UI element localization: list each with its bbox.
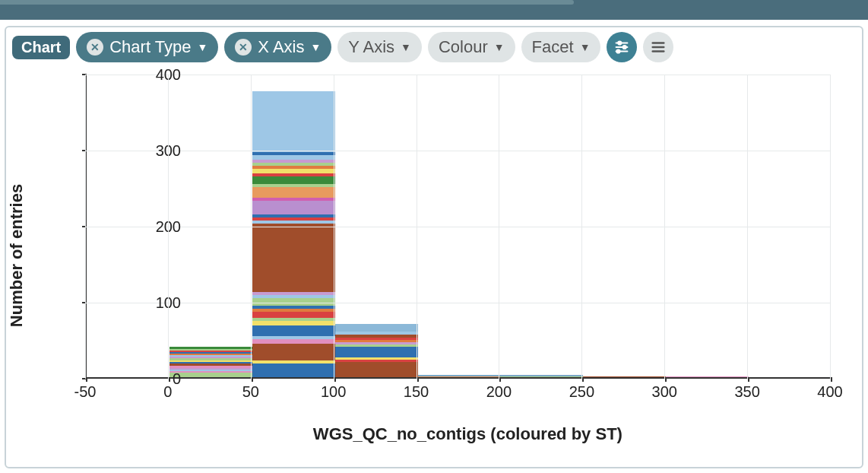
chevron-down-icon: ▼ bbox=[494, 41, 505, 53]
bar-segment bbox=[252, 298, 335, 306]
chart-toolbar: Chart ✕ Chart Type ▼ ✕ X Axis ▼ Y Axis ▼… bbox=[12, 32, 856, 62]
hamburger-icon bbox=[650, 39, 667, 56]
bar-segment bbox=[169, 347, 252, 349]
gridline-v bbox=[747, 75, 748, 379]
svg-point-3 bbox=[623, 46, 626, 49]
x-tick-mark bbox=[252, 377, 253, 382]
bar-segment bbox=[252, 325, 335, 336]
bar-segment bbox=[169, 358, 252, 360]
bar-segment bbox=[169, 355, 252, 357]
x-tick-label: 100 bbox=[321, 383, 346, 401]
bar-segment bbox=[252, 163, 335, 166]
panel-tag: Chart bbox=[12, 36, 70, 59]
x-tick-mark bbox=[334, 377, 336, 382]
bar-segment bbox=[169, 351, 252, 352]
facet-label: Facet bbox=[532, 37, 574, 57]
bar-segment bbox=[252, 198, 335, 201]
gridline-v bbox=[830, 75, 831, 379]
header-accent bbox=[0, 0, 574, 5]
bar-segment bbox=[252, 312, 335, 318]
bar-segment bbox=[335, 347, 418, 357]
x-tick-mark bbox=[831, 377, 832, 382]
bar-segment bbox=[169, 363, 252, 366]
x-tick-label: 0 bbox=[163, 383, 172, 401]
gridline-v bbox=[334, 75, 334, 379]
y-tick-label: 200 bbox=[143, 218, 181, 236]
x-tick-label: 50 bbox=[242, 383, 259, 401]
bar-segment bbox=[335, 338, 418, 340]
clear-icon[interactable]: ✕ bbox=[235, 39, 252, 56]
bar-segment bbox=[252, 221, 335, 224]
bar-segment bbox=[169, 354, 252, 355]
bar-segment bbox=[418, 376, 501, 378]
gridline-h bbox=[85, 303, 830, 303]
chart-area: Number of entries WGS_QC_no_contigs (col… bbox=[12, 65, 856, 446]
gridline-v bbox=[664, 75, 665, 379]
bar-segment bbox=[335, 362, 418, 377]
app-header-strip bbox=[0, 0, 868, 20]
y-tick-label: 300 bbox=[143, 142, 181, 160]
y-tick-label: 0 bbox=[143, 370, 181, 388]
bar-segment bbox=[252, 176, 335, 184]
bar-segment bbox=[169, 349, 252, 351]
x-tick-label: -50 bbox=[74, 383, 97, 401]
histogram-bar[interactable] bbox=[252, 88, 335, 377]
bar-segment bbox=[335, 360, 418, 362]
colour-label: Colour bbox=[439, 37, 488, 57]
x-tick-label: 400 bbox=[817, 383, 842, 401]
bar-segment bbox=[169, 371, 252, 373]
y-tick-label: 100 bbox=[143, 294, 181, 312]
colour-dropdown[interactable]: Colour ▼ bbox=[428, 32, 515, 62]
bar-segment bbox=[252, 217, 335, 221]
x-tick-mark bbox=[499, 377, 501, 382]
bar-segment bbox=[252, 155, 335, 160]
bar-segment bbox=[252, 91, 335, 152]
gridline-v bbox=[168, 75, 169, 379]
bar-segment bbox=[252, 214, 335, 217]
menu-button[interactable] bbox=[643, 32, 673, 62]
svg-point-1 bbox=[619, 41, 622, 44]
bar-segment bbox=[169, 362, 252, 363]
bar-segment bbox=[169, 352, 252, 354]
bar-segment bbox=[252, 201, 335, 214]
chart-type-dropdown[interactable]: ✕ Chart Type ▼ bbox=[76, 32, 218, 62]
bar-segment bbox=[335, 340, 418, 342]
x-axis-title: WGS_QC_no_contigs (coloured by ST) bbox=[313, 424, 622, 444]
chart-panel: Chart ✕ Chart Type ▼ ✕ X Axis ▼ Y Axis ▼… bbox=[5, 26, 863, 468]
bar-segment bbox=[252, 187, 335, 198]
x-tick-label: 200 bbox=[486, 383, 512, 401]
bar-segment bbox=[252, 184, 335, 187]
bar-segment bbox=[252, 292, 335, 295]
gridline-v bbox=[85, 75, 86, 379]
chevron-down-icon: ▼ bbox=[197, 41, 207, 53]
gridline-v bbox=[499, 75, 499, 379]
chevron-down-icon: ▼ bbox=[310, 41, 321, 53]
chevron-down-icon: ▼ bbox=[401, 41, 411, 53]
histogram-bar[interactable] bbox=[583, 376, 666, 377]
chevron-down-icon: ▼ bbox=[580, 41, 591, 53]
x-axis-dropdown[interactable]: ✕ X Axis ▼ bbox=[224, 32, 331, 62]
histogram-bar[interactable] bbox=[500, 375, 583, 377]
y-axis-dropdown[interactable]: Y Axis ▼ bbox=[337, 32, 422, 62]
bar-segment bbox=[583, 376, 666, 377]
histogram-bar[interactable] bbox=[335, 324, 418, 377]
bar-segment bbox=[252, 309, 335, 312]
histogram-bar[interactable] bbox=[666, 376, 749, 377]
x-tick-mark bbox=[86, 377, 87, 382]
bar-segment bbox=[252, 169, 335, 173]
bar-segment bbox=[335, 332, 418, 335]
bar-segment bbox=[252, 295, 335, 298]
histogram-bar[interactable] bbox=[418, 375, 501, 377]
settings-button[interactable] bbox=[607, 32, 637, 62]
bar-segment bbox=[169, 370, 252, 371]
y-axis-label: Y Axis bbox=[348, 37, 394, 57]
histogram-bar[interactable] bbox=[169, 347, 252, 377]
bar-segment bbox=[252, 160, 335, 163]
facet-dropdown[interactable]: Facet ▼ bbox=[521, 32, 601, 62]
gridline-v bbox=[417, 75, 417, 379]
bar-segment bbox=[169, 360, 252, 362]
clear-icon[interactable]: ✕ bbox=[87, 39, 103, 56]
bar-segment bbox=[169, 357, 252, 358]
bar-segment bbox=[169, 366, 252, 368]
bar-segment bbox=[169, 373, 252, 377]
